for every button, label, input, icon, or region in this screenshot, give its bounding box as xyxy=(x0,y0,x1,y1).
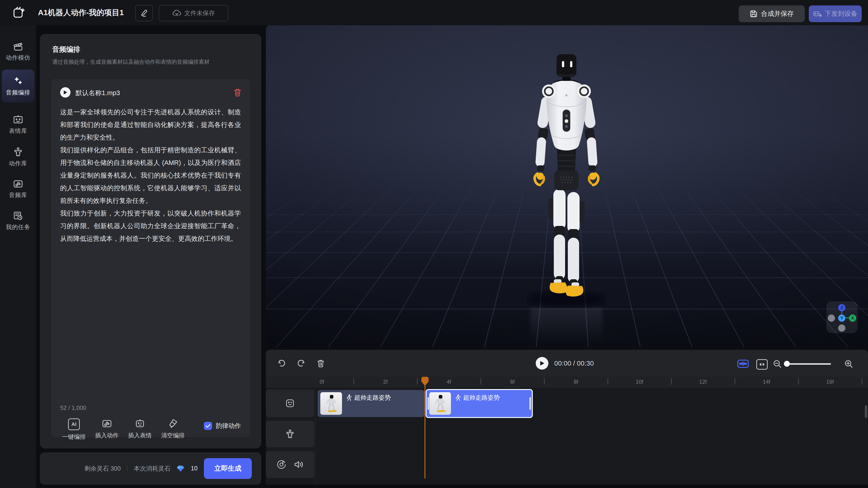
sidebar-item-audio-orchestration[interactable]: 音频编排 xyxy=(2,70,34,102)
playhead-line xyxy=(425,384,426,479)
timeline-vertical-scrollbar[interactable] xyxy=(865,405,867,418)
ruler-label: 4f xyxy=(447,379,451,385)
rhythm-motion-checkbox[interactable]: 韵律动作 xyxy=(204,422,241,430)
script-paragraph: 我们致力于创新，大力投资于研发，以突破人机协作和机器学习的界限。创新机器人公司助… xyxy=(60,207,241,245)
motion-track-header[interactable] xyxy=(266,421,314,447)
audio-play-button[interactable] xyxy=(60,87,70,98)
timeline-zoom-slider[interactable] xyxy=(786,363,831,365)
robot-deploy-icon xyxy=(813,10,822,18)
sidebar-item-expression-library[interactable]: 表情库 xyxy=(2,115,34,135)
remaining-gems-label: 剩余灵石 300 xyxy=(84,464,121,473)
gem-icon xyxy=(177,465,184,472)
axis-y-handle[interactable]: Y xyxy=(838,315,845,322)
delete-clip-button[interactable] xyxy=(316,359,325,368)
viewport-3d[interactable]: Z Y X xyxy=(266,25,868,347)
axis-neg-z-handle[interactable] xyxy=(838,324,845,332)
ruler-tick xyxy=(480,378,481,385)
sparkles-icon xyxy=(13,75,24,86)
panel-subtitle: 通过音频处理，生成音频素材以及融合动作和表情的音频编排素材 xyxy=(52,58,210,66)
sidebar-item-motion-mimic[interactable]: 动作模仿 xyxy=(2,41,34,62)
face-card-icon xyxy=(135,418,145,429)
audio-track-header[interactable] xyxy=(266,451,314,478)
undo-button[interactable] xyxy=(278,359,286,368)
compose-save-label: 合成并保存 xyxy=(761,9,794,18)
script-paragraph: 这是一家全球领先的公司专注于先进机器人系统的设计、制造和部署我们的使命是通过智能… xyxy=(60,106,241,144)
check-icon xyxy=(206,424,211,428)
timeline-play-button[interactable] xyxy=(536,357,548,369)
clear-brush-icon xyxy=(168,418,178,429)
music-card-icon xyxy=(102,418,112,429)
timeline-panel: 00:00 / 00:30 0f 2f 4f 6f 8f xyxy=(266,350,868,485)
ruler-tick xyxy=(417,378,417,385)
clip-trim-handle-left[interactable] xyxy=(428,397,429,410)
ruler-tick xyxy=(671,378,672,385)
rename-button[interactable] xyxy=(135,5,153,21)
timeline-ruler[interactable]: 0f 2f 4f 6f 8f 10f 12f 14f 16f xyxy=(266,377,868,387)
clip-label: 超帅走路姿势 xyxy=(354,394,391,402)
axis-neg-x-handle[interactable] xyxy=(828,315,835,322)
insert-motion-button[interactable]: 插入动作 xyxy=(92,418,122,440)
divider xyxy=(127,465,127,472)
snap-toggle-button[interactable] xyxy=(737,360,749,368)
ruler-label: 8f xyxy=(574,379,578,385)
timeline-clip-selected[interactable]: 超帅走路姿势 xyxy=(426,389,533,418)
save-icon xyxy=(750,10,757,18)
clear-orchestration-button[interactable]: 清空编排 xyxy=(158,418,188,440)
clapperboard-icon xyxy=(13,41,23,52)
sidebar-item-my-tasks[interactable]: 我的任务 xyxy=(2,211,34,231)
timeline-area: 0f 2f 4f 6f 8f 10f 12f 14f 16f xyxy=(266,377,868,485)
ruler-tick xyxy=(862,378,862,385)
redo-button[interactable] xyxy=(297,359,305,368)
axis-z-handle[interactable]: Z xyxy=(838,304,845,311)
person-icon xyxy=(13,147,23,157)
app-window: A1机器人动作-我的项目1 文件未保存 合成并保存 xyxy=(0,0,868,488)
sidebar-label: 音频库 xyxy=(9,191,27,199)
script-paragraph: 我们提供样化的产品组合，包括用于精密制造的工业机械臂、用于物流和仓储的自主移动机… xyxy=(60,144,241,207)
project-title: A1机器人动作-我的项目1 xyxy=(38,0,124,25)
audio-orchestration-panel: 音频编排 通过音频处理，生成音频素材以及融合动作和表情的音频编排素材 默认名称1… xyxy=(40,34,261,449)
panel-title: 音频编排 xyxy=(52,45,80,54)
walking-person-icon xyxy=(346,394,351,401)
ai-box-icon: AI xyxy=(68,418,80,430)
axis-y-label: Y xyxy=(840,316,843,321)
sidebar-label: 动作模仿 xyxy=(6,54,30,62)
timeline-clip[interactable]: 超帅走路姿势 xyxy=(318,390,425,417)
axis-gizmo[interactable]: Z Y X xyxy=(827,301,858,333)
insert-expression-button[interactable]: 插入表情 xyxy=(125,418,155,440)
clip-trim-handle-right[interactable] xyxy=(529,397,531,410)
axis-x-handle[interactable]: X xyxy=(849,315,856,322)
zoom-out-button[interactable] xyxy=(773,360,782,368)
script-text[interactable]: 这是一家全球领先的公司专注于先进机器人系统的设计、制造和部署我们的使命是通过智能… xyxy=(60,106,241,245)
pencil-icon xyxy=(140,9,148,17)
sidebar-item-motion-library[interactable]: 动作库 xyxy=(2,147,34,167)
sidebar-label: 音频编排 xyxy=(6,89,30,96)
fit-width-button[interactable] xyxy=(756,359,768,369)
ruler-tick xyxy=(544,378,545,385)
clip-thumbnail xyxy=(429,392,451,415)
left-arrow-icon xyxy=(759,363,761,366)
top-bar: A1机器人动作-我的项目1 文件未保存 合成并保存 xyxy=(0,0,868,25)
timeline-zoom-slider-knob[interactable] xyxy=(784,361,790,367)
robot-face-icon xyxy=(13,115,23,125)
speaker-icon xyxy=(294,460,304,469)
checkbox-checked[interactable] xyxy=(204,422,212,430)
track-header-divider xyxy=(315,387,315,485)
action-label: 清空编排 xyxy=(161,431,185,440)
sidebar-label: 我的任务 xyxy=(6,223,30,231)
play-icon xyxy=(539,361,545,366)
deploy-device-button[interactable]: 下发到设备 xyxy=(809,5,862,22)
audio-file-name: 默认名称1.mp3 xyxy=(75,89,120,98)
clip-thumbnail xyxy=(320,392,342,415)
delete-audio-button[interactable] xyxy=(233,88,242,97)
ruler-label: 2f xyxy=(383,379,388,385)
compose-save-button[interactable]: 合成并保存 xyxy=(739,5,805,22)
one-click-orchestrate-button[interactable]: AI 一键编排 xyxy=(59,418,89,441)
zoom-in-button[interactable] xyxy=(844,360,853,368)
generate-now-button[interactable]: 立即生成 xyxy=(204,458,252,479)
save-status: 文件未保存 xyxy=(159,5,228,21)
viewport-vignette xyxy=(266,25,868,347)
sidebar: 动作模仿 音频编排 表情库 动作库 xyxy=(0,25,36,488)
disc-icon xyxy=(276,459,286,469)
expression-track-header[interactable] xyxy=(266,390,314,417)
sidebar-item-audio-library[interactable]: 音频库 xyxy=(2,179,34,199)
